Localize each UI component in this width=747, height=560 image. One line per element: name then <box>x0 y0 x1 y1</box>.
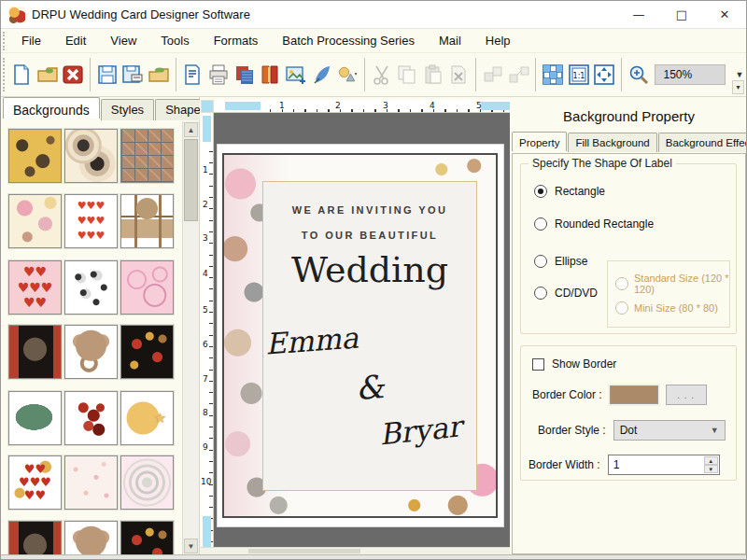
menu-tools[interactable]: Tools <box>148 30 201 51</box>
radio-mini-size-label: Mini Size (80 * 80) <box>634 302 718 314</box>
group-objects-icon[interactable] <box>480 57 506 92</box>
thumbnail-yellow-floral[interactable] <box>8 129 62 183</box>
card-text-panel[interactable]: WE ARE INVITING YOU TO OUR BEAUTIFUL Wed… <box>262 181 477 491</box>
open-design-icon[interactable] <box>35 57 61 92</box>
save-as-icon[interactable] <box>120 57 147 92</box>
menu-help[interactable]: Help <box>473 30 523 51</box>
spinner-down-icon[interactable]: ▼ <box>704 465 718 473</box>
thumbnail-pink-hearts[interactable] <box>8 260 62 315</box>
thumbnail-pink-swirls[interactable] <box>120 260 174 315</box>
card-page[interactable]: WE ARE INVITING YOU TO OUR BEAUTIFUL Wed… <box>218 145 503 526</box>
thumbnail-scrollbar[interactable]: ▲ ▼ <box>182 121 199 554</box>
thumbnail-black-gold-floral[interactable] <box>120 325 174 379</box>
scroll-down-icon[interactable]: ▼ <box>184 539 198 553</box>
border-style-combobox[interactable]: Dot▼ <box>613 420 726 441</box>
thumbnail-palanquin[interactable] <box>120 194 174 248</box>
thumbnail-green-leaf[interactable] <box>8 391 62 445</box>
thumbnail-cream-flowers[interactable] <box>8 194 62 248</box>
radio-mini-size[interactable] <box>615 301 628 315</box>
copy-design-icon[interactable] <box>232 57 258 92</box>
border-group: Show Border Border Color : . . . Border … <box>520 345 737 481</box>
insert-image-icon[interactable] <box>283 57 309 92</box>
scroll-up-icon[interactable]: ▲ <box>184 122 198 137</box>
tab-background-effects[interactable]: Background Effects <box>658 133 747 152</box>
group-title: Specify The Shape Of Label <box>529 157 676 170</box>
print-preview-icon[interactable] <box>180 57 206 92</box>
close-design-icon[interactable] <box>61 57 87 92</box>
copy-icon[interactable] <box>394 57 420 92</box>
scrollbar-thumb[interactable] <box>184 139 198 221</box>
menu-mail[interactable]: Mail <box>427 30 473 51</box>
design-canvas[interactable]: WE ARE INVITING YOU TO OUR BEAUTIFUL Wed… <box>214 113 510 547</box>
thumbnail-crescent-moon-star[interactable] <box>120 391 174 445</box>
delete-icon[interactable] <box>446 57 472 92</box>
thumbnail-ganesha-banner[interactable] <box>8 521 62 554</box>
thumbnail-black-gold-floral[interactable] <box>120 521 174 554</box>
thumbnail-elephant[interactable] <box>64 521 118 554</box>
menu-file[interactable]: File <box>9 30 53 51</box>
radio-rounded-rectangle[interactable] <box>534 217 547 231</box>
radio-cd-dvd-label: CD/DVD <box>555 287 598 300</box>
pen-tool-icon[interactable] <box>309 57 335 92</box>
border-width-spinner[interactable]: 1 ▲ ▼ <box>608 455 720 475</box>
menu-edit[interactable]: Edit <box>53 30 98 51</box>
show-grid-icon[interactable] <box>540 57 566 92</box>
browse-design-icon[interactable] <box>146 57 172 92</box>
thumbnail-red-petals[interactable] <box>64 391 118 445</box>
statusbar <box>1 554 746 559</box>
thumbnail-ganesha-banner[interactable] <box>8 325 62 379</box>
card-invite-line1: WE ARE INVITING YOU <box>263 204 476 216</box>
cut-icon[interactable] <box>369 57 395 92</box>
border-color-picker-button[interactable]: . . . <box>666 385 707 405</box>
border-color-swatch[interactable] <box>610 385 658 404</box>
thumbnail-brown-tiles[interactable] <box>120 129 174 183</box>
fit-to-window-icon[interactable] <box>591 57 617 92</box>
show-border-checkbox[interactable] <box>532 358 544 371</box>
thumbnail-cream-lace[interactable] <box>64 129 118 183</box>
new-document-icon[interactable] <box>8 57 35 92</box>
thumbnail-pink-confetti[interactable] <box>64 455 118 510</box>
design-canvas-area: 1 2 3 4 5 1 2 3 4 5 6 7 8 9 10 WE ARE IN… <box>200 97 510 554</box>
minimize-button[interactable]: — <box>617 1 660 28</box>
thumbnail-elephant[interactable] <box>64 325 118 379</box>
thumbnail-wedding-couples[interactable] <box>64 260 118 315</box>
spinner-up-icon[interactable]: ▲ <box>704 456 718 465</box>
scrollbar-thumb[interactable] <box>248 549 360 553</box>
close-button[interactable]: ✕ <box>703 1 746 28</box>
tab-property[interactable]: Property <box>512 132 567 151</box>
thumbnail-pink-mandala[interactable] <box>120 455 174 510</box>
print-icon[interactable] <box>205 57 232 92</box>
menu-formats[interactable]: Formats <box>202 30 271 51</box>
tab-fill-background[interactable]: Fill Background <box>568 133 656 152</box>
actual-size-icon[interactable]: 1:1 <box>566 57 592 92</box>
tab-styles[interactable]: Styles <box>101 99 154 120</box>
zoom-in-icon[interactable] <box>626 57 652 92</box>
save-icon[interactable] <box>94 57 120 92</box>
toolbar-overflow-button[interactable]: ▾ <box>732 80 744 94</box>
wedding-card[interactable]: WE ARE INVITING YOU TO OUR BEAUTIFUL Wed… <box>222 153 498 518</box>
radio-rectangle[interactable] <box>534 185 547 198</box>
thumbnail-hearts-collage[interactable] <box>8 455 62 510</box>
radio-standard-size[interactable] <box>615 277 628 290</box>
border-style-label: Border Style : <box>538 424 606 437</box>
radio-ellipse[interactable] <box>534 255 547 268</box>
radio-cd-dvd[interactable] <box>534 287 547 300</box>
menu-view[interactable]: View <box>98 30 148 51</box>
backgrounds-panel: Backgrounds Styles Shapes <box>1 97 200 554</box>
radio-rectangle-label: Rectangle <box>555 185 605 198</box>
border-style-value: Dot <box>620 424 638 437</box>
paste-icon[interactable] <box>420 57 446 92</box>
thumbnail-hearts-grid[interactable] <box>64 194 118 248</box>
menu-batch-processing-series[interactable]: Batch Processing Series <box>270 30 427 51</box>
cd-size-group: Standard Size (120 * 120) Mini Size (80 … <box>607 260 730 328</box>
template-library-icon[interactable] <box>258 57 284 92</box>
zoom-level-combobox[interactable]: 150% <box>655 64 726 85</box>
tab-backgrounds[interactable]: Backgrounds <box>3 97 100 119</box>
panel-title: Background Property <box>510 108 747 124</box>
ungroup-objects-icon[interactable] <box>506 57 532 92</box>
app-logo-icon <box>8 7 25 23</box>
maximize-button[interactable]: □ <box>660 1 703 28</box>
shape-tool-icon[interactable] <box>334 57 360 92</box>
property-tab-content: Specify The Shape Of Label Rectangle Rou… <box>512 153 746 554</box>
canvas-horizontal-scrollbar[interactable] <box>200 547 510 554</box>
